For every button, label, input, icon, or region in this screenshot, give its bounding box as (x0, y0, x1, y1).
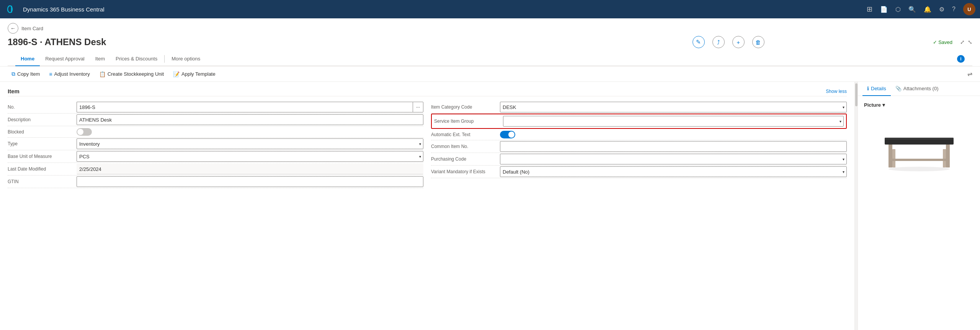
svg-rect-8 (943, 149, 946, 167)
label-variant-mandatory: Variant Mandatory if Exists (431, 169, 500, 174)
expand-button[interactable]: ⤢ (960, 39, 965, 45)
pin-icon[interactable]: ⇌ (967, 70, 972, 78)
select-item-category[interactable]: DESK CHAIR TABLE (500, 102, 847, 112)
form-row-variant-mandatory: Variant Mandatory if Exists Default (No)… (431, 166, 847, 178)
top-navigation: Dynamics 365 Business Central ⊞ 📄 ⬡ 🔍 🔔 … (0, 0, 980, 18)
chevron-down-icon-picture: ▾ (882, 102, 885, 108)
input-gtin[interactable] (77, 176, 423, 187)
toggle-auto-ext-text[interactable] (500, 131, 515, 138)
adjust-icon: ≡ (49, 71, 52, 77)
grid-icon[interactable]: ⊞ (867, 5, 872, 13)
svg-rect-7 (892, 149, 895, 167)
saved-status: ✓ Saved (933, 39, 952, 45)
create-stockkeeping-button[interactable]: 📋 Create Stockkeeping Unit (95, 69, 168, 79)
form-row-common-item-no: Common Item No. (431, 140, 847, 153)
help-icon[interactable]: ? (952, 6, 956, 13)
svg-point-10 (889, 167, 950, 171)
user-avatar[interactable]: U (963, 3, 975, 15)
app-logo[interactable] (5, 2, 18, 16)
select-base-unit[interactable]: PCS BOX EA (77, 151, 423, 162)
field-type: Inventory Service Non-Inventory ▾ (77, 138, 423, 149)
select-type[interactable]: Inventory Service Non-Inventory (77, 138, 423, 149)
nav-icon-group: ⊞ 📄 ⬡ 🔍 🔔 ⚙ ? U (867, 3, 975, 15)
tab-prices-discounts[interactable]: Prices & Discounts (110, 52, 163, 66)
add-button[interactable]: + (732, 36, 745, 48)
edit-icon: ✎ (696, 39, 701, 46)
edit-button[interactable]: ✎ (693, 36, 705, 48)
input-common-item-no[interactable] (500, 141, 847, 152)
apply-template-button[interactable]: 📝 Apply Template (169, 69, 219, 79)
label-purchasing-code: Purchasing Code (431, 156, 500, 162)
info-icon[interactable]: i (957, 55, 965, 63)
input-description[interactable] (77, 114, 423, 125)
breadcrumb-row: ← Item Card (8, 23, 972, 34)
show-less-link[interactable]: Show less (826, 89, 847, 94)
bell-icon[interactable]: 🔔 (924, 6, 931, 13)
form-grid: No. ··· Description (8, 101, 847, 188)
ribbon-navigation: Home Request Approval Item Prices & Disc… (8, 52, 972, 66)
copy-item-button[interactable]: ⧉ Copy Item (8, 69, 44, 79)
scroll-track[interactable] (854, 82, 858, 330)
form-row-base-unit: Base Unit of Measure PCS BOX EA ▾ (8, 150, 423, 163)
label-base-unit: Base Unit of Measure (8, 154, 77, 159)
tab-request-approval[interactable]: Request Approval (40, 52, 90, 66)
label-type: Type (8, 141, 77, 146)
tab-home[interactable]: Home (15, 52, 40, 66)
page-container: ← Item Card 1896-S · ATHENS Desk ✎ ⤴ + 🗑 (0, 18, 980, 330)
share-button[interactable]: ⤴ (712, 36, 725, 48)
more-options-tab[interactable]: More options (166, 52, 206, 65)
share-icon: ⤴ (717, 39, 720, 46)
delete-button[interactable]: 🗑 (752, 36, 764, 48)
diagram-icon[interactable]: ⬡ (895, 6, 901, 13)
field-service-item-group: ▾ (503, 116, 844, 127)
delete-icon: 🗑 (755, 39, 761, 46)
input-no[interactable] (77, 102, 413, 112)
field-description (77, 114, 423, 125)
label-blocked: Blocked (8, 129, 77, 135)
back-icon: ← (10, 25, 16, 31)
header-actions: ✎ ⤴ + 🗑 ✓ Saved ⤢ ⤡ (693, 36, 972, 48)
tab-item[interactable]: Item (90, 52, 110, 66)
document-icon[interactable]: 📄 (880, 6, 888, 13)
attachments-icon: 📎 (895, 86, 902, 91)
settings-icon[interactable]: ⚙ (939, 6, 944, 13)
select-service-item-group[interactable] (503, 116, 844, 127)
label-description: Description (8, 117, 77, 122)
scroll-thumb (855, 83, 858, 106)
back-button[interactable]: ← (8, 23, 18, 34)
page-title: 1896-S · ATHENS Desk (8, 37, 106, 47)
label-last-date: Last Date Modified (8, 166, 77, 172)
adjust-inventory-button[interactable]: ≡ Adjust Inventory (45, 69, 93, 79)
panel-tab-attachments[interactable]: 📎 Attachments (0) (891, 82, 943, 96)
form-right-column: Item Category Code DESK CHAIR TABLE ▾ (431, 101, 847, 188)
page-header: ← Item Card 1896-S · ATHENS Desk ✎ ⤴ + 🗑 (0, 18, 980, 67)
section-title: Item (8, 88, 20, 94)
fullscreen-button[interactable]: ⤡ (968, 39, 972, 45)
select-variant-mandatory[interactable]: Default (No) Yes No (500, 166, 847, 177)
svg-rect-5 (889, 145, 892, 167)
label-gtin: GTIN (8, 179, 77, 184)
desk-image (864, 112, 974, 178)
select-purchasing-code[interactable] (500, 154, 847, 164)
form-row-item-category: Item Category Code DESK CHAIR TABLE ▾ (431, 101, 847, 114)
form-row-type: Type Inventory Service Non-Inventory ▾ (8, 138, 423, 150)
ellipsis-btn-no[interactable]: ··· (413, 102, 423, 112)
field-variant-mandatory: Default (No) Yes No ▾ (500, 166, 847, 177)
field-no: ··· (77, 102, 423, 112)
panel-tab-details[interactable]: ℹ Details (862, 82, 891, 96)
field-last-date (77, 164, 423, 174)
stockkeeping-icon: 📋 (99, 71, 106, 77)
field-base-unit: PCS BOX EA ▾ (77, 151, 423, 162)
toggle-blocked[interactable] (77, 128, 92, 136)
search-icon[interactable]: 🔍 (908, 6, 916, 13)
add-icon: + (737, 39, 740, 46)
panel-tabs: ℹ Details 📎 Attachments (0) (858, 82, 980, 96)
form-row-no: No. ··· (8, 101, 423, 114)
app-title: Dynamics 365 Business Central (23, 6, 105, 13)
form-row-gtin: GTIN (8, 176, 423, 188)
form-left-column: No. ··· Description (8, 101, 423, 188)
picture-section-title[interactable]: Picture ▾ (864, 102, 974, 108)
form-row-auto-ext-text: Automatic Ext. Text (431, 129, 847, 140)
field-common-item-no (500, 141, 847, 152)
svg-rect-4 (885, 138, 954, 140)
